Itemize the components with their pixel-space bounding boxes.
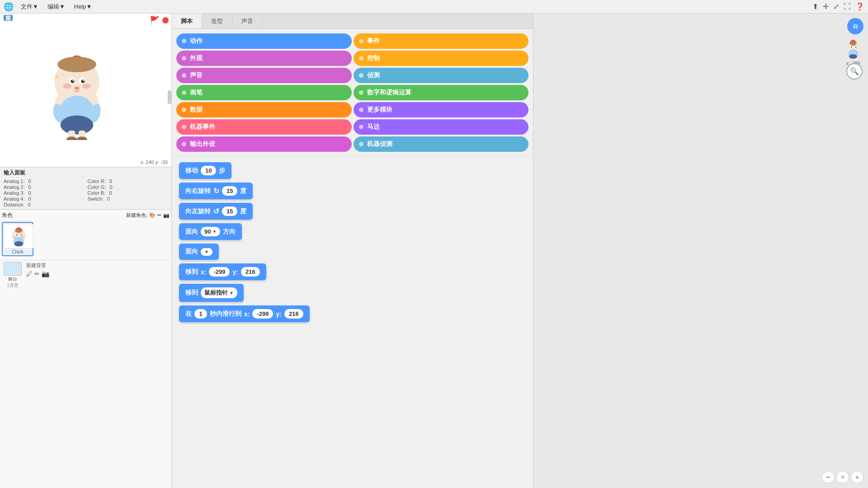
svg-point-39 [851,40,855,43]
edit-menu[interactable]: 编辑▼ [46,2,67,12]
block-turn-right-value[interactable]: 15 [222,186,237,196]
distance-value: 0 [28,202,31,207]
tab-script[interactable]: 脚本 [172,14,202,28]
upload-icon[interactable]: ⬆ [812,2,818,11]
category-output[interactable]: 输出外设 [176,136,352,152]
backdrop-area: 舞台 1背景 新建背景 🖊 ✏ 📷 [2,260,170,291]
block-goto-xy[interactable]: 移到 x: -299 y: 216 [179,263,266,280]
question-icon[interactable]: ❓ [855,2,864,11]
block-face-direction-label: 面向 [185,228,198,236]
block-goto-target[interactable]: 移到 鼠标指针 ▼ [179,284,244,302]
block-move-value[interactable]: 10 [201,166,216,175]
paint-new-sprite-icon[interactable]: 🎨 [149,212,156,218]
camera-backdrop-icon[interactable]: 📷 [42,270,49,277]
stop-button[interactable] [162,17,169,23]
svg-point-33 [13,236,16,238]
green-flag-button[interactable]: 🚩 [150,15,160,25]
cursor-icon[interactable]: ✛ [823,2,829,11]
control-label: 控制 [367,54,380,62]
fullscreen-icon[interactable]: ⛶ [844,3,851,11]
stage-resize-handle[interactable] [168,90,171,104]
motor-dot [359,125,363,129]
block-goto-xy-yvalue[interactable]: 216 [241,267,260,277]
category-motor[interactable]: 马达 [354,119,529,135]
edit-new-sprite-icon[interactable]: ✏ [157,212,161,218]
category-machine-sense[interactable]: 机器侦测 [354,136,529,152]
category-sound[interactable]: 声音 [176,68,352,83]
category-operators[interactable]: 数字和逻辑运算 [354,85,529,100]
character-svg: ✦ [36,41,118,140]
block-row-move: 移动 10 步 [179,162,526,179]
sprite-item-chick[interactable]: Chick [2,222,33,256]
block-goto-xy-xvalue[interactable]: -299 [209,267,230,277]
category-events[interactable]: 事件 [354,33,529,49]
more-label: 更多模块 [367,106,392,114]
block-move[interactable]: 移动 10 步 [179,162,231,179]
input-panel-title: 输入面板 [4,169,168,177]
category-machine-event[interactable]: 机器事件 [176,119,352,135]
file-menu[interactable]: 文件▼ [19,2,40,12]
camera-new-sprite-icon[interactable]: 📷 [163,212,170,218]
block-goto-xy-ylabel: y: [232,268,238,276]
operators-label: 数字和逻辑运算 [367,89,411,97]
category-motion[interactable]: 动作 [176,33,352,49]
category-sensing[interactable]: 侦测 [354,68,529,83]
distance-label: Distance: [4,202,24,207]
output-dot [182,142,186,146]
motion-label: 动作 [190,37,203,45]
svg-point-23 [77,136,87,140]
zoom-controls: − = + [822,471,863,483]
block-turn-right[interactable]: 向右旋转 ↻ 15 度 [179,183,253,199]
block-face-direction[interactable]: 面向 90 ▼ 方向 [179,223,242,240]
stage-coords: x: 240 y: -33 [140,160,168,165]
output-label: 输出外设 [190,140,215,148]
new-backdrop-controls: 🖊 ✏ 📷 [26,270,49,279]
svg-point-44 [849,54,857,59]
stage-area: ⬜ 🚩 [0,14,171,167]
edit-backdrop-icon[interactable]: ✏ [34,270,40,277]
zoom-reset-button[interactable]: = [836,471,849,483]
category-more[interactable]: 更多模块 [354,102,529,117]
main-layout: ⬜ 🚩 [0,14,868,488]
machine-event-label: 机器事件 [190,123,215,131]
category-control[interactable]: 控制 [354,51,529,66]
block-turn-left-value[interactable]: 15 [222,206,237,216]
block-glide-xlabel: x: [244,310,250,318]
search-icon[interactable]: 🔍 [846,63,863,80]
backdrop-item[interactable]: 舞台 1背景 [4,262,22,289]
block-face-direction-dropdown[interactable]: 90 ▼ [201,227,220,236]
sprites-panel: 角色 新建角色: 🎨 ✏ 📷 [0,210,171,488]
chevron-down-icon-3: ▼ [229,291,234,296]
category-data[interactable]: 数据 [176,102,352,117]
block-row-goto-target: 移到 鼠标指针 ▼ [179,284,526,302]
svg-point-22 [66,136,77,140]
help-menu[interactable]: Help▼ [72,2,94,11]
block-turn-right-label: 向右旋转 [185,187,211,195]
block-glide-xvalue[interactable]: -299 [252,309,273,319]
sprites-label: 角色 [2,211,13,219]
svg-point-35 [14,241,23,246]
tab-sounds[interactable]: 声音 [232,14,263,28]
block-turn-left[interactable]: 向左旋转 ↻ 15 度 [179,203,253,220]
bluetooth-icon[interactable]: ⍾ [847,18,863,34]
block-face-toward[interactable]: 面向 ▼ [179,244,219,260]
zoom-out-button[interactable]: − [822,471,835,483]
block-goto-target-value: 鼠标指针 [204,289,228,297]
menubar: 🌐 文件▼ 编辑▼ Help▼ ⬆ ✛ ⤢ ⛶ ❓ [0,0,868,14]
block-face-direction-suffix: 方向 [223,228,236,236]
svg-point-31 [16,234,18,235]
preview-svg [842,38,864,62]
block-glide[interactable]: 在 1 秒内滑行到 x: -299 y: 216 [179,305,310,322]
block-goto-target-dropdown[interactable]: 鼠标指针 ▼ [201,287,237,298]
expand-icon[interactable]: ⤢ [833,2,839,11]
block-face-toward-dropdown[interactable]: ▼ [201,248,212,256]
zoom-in-button[interactable]: + [851,471,863,483]
tab-costumes[interactable]: 造型 [202,14,232,28]
block-glide-time[interactable]: 1 [194,309,207,319]
paint-backdrop-icon[interactable]: 🖊 [26,270,33,277]
data-dot [182,108,186,112]
block-glide-yvalue[interactable]: 216 [284,309,303,319]
pen-label: 画笔 [190,89,203,97]
category-looks[interactable]: 外观 [176,51,352,66]
category-pen[interactable]: 画笔 [176,85,352,100]
